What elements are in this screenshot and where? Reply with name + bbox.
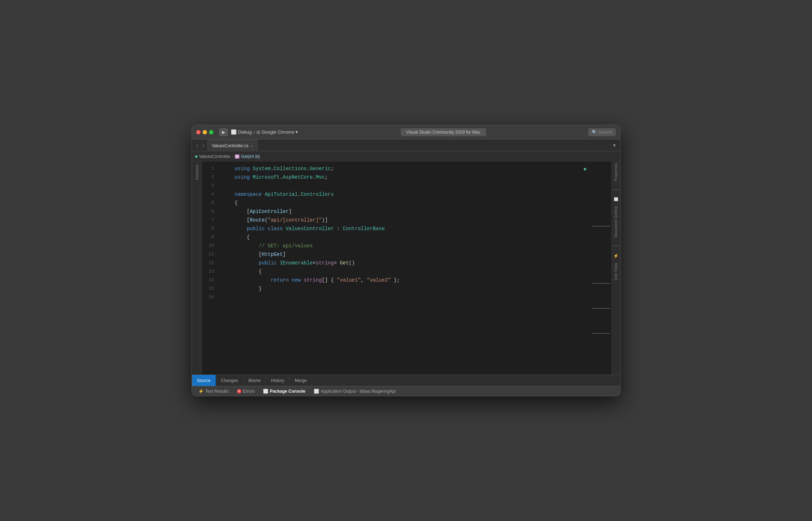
breadcrumb-arrow: › [253, 129, 254, 135]
code-line-9: 9 { [202, 233, 612, 242]
chevron-down-icon: ▾ [296, 129, 298, 135]
debug-config[interactable]: ⬜ Debug › ◎ Google Chrome ▾ [231, 129, 298, 135]
tab-filename: ValuesController.cs [212, 143, 249, 148]
divider-2: — [613, 242, 619, 249]
code-line-6: 6 [ApiController] [202, 207, 612, 216]
tab-blame-label: Blame [248, 378, 261, 383]
package-console-label: Package Console [270, 389, 305, 394]
line-number-11: 11 [202, 250, 220, 259]
code-text-5: { [220, 199, 612, 207]
tab-nav: ‹ › [193, 139, 207, 151]
line-number-2: 2 [202, 173, 220, 182]
errors-icon: ✕ [237, 389, 241, 393]
code-line-1: 1 using System.Collections.Generic; [202, 164, 612, 173]
line-number-4: 4 [202, 190, 220, 199]
debug-label-text: Debug [238, 129, 252, 135]
code-line-14: 14 return new string[] { "value1", "valu… [202, 276, 612, 284]
app-title: Visual Studio Community 2019 for Mac [401, 128, 486, 136]
code-text-8: public class ValuesController : Controll… [220, 224, 612, 233]
tab-valuescontroller[interactable]: ValuesController.cs × [207, 140, 258, 152]
scroll-marker-4 [592, 333, 610, 334]
line-number-12: 12 [202, 259, 220, 267]
tab-back-button[interactable]: ‹ [195, 142, 199, 149]
bookmark-indicator: ◆ [584, 166, 586, 172]
code-text-7: [Route("api/[controller]")] [220, 216, 612, 224]
maximize-button[interactable] [209, 130, 213, 134]
code-line-15: 15 } [202, 284, 612, 293]
tab-merge[interactable]: Merge [289, 375, 312, 386]
search-icon: 🔍 [592, 130, 597, 135]
traffic-lights [196, 130, 213, 134]
tab-source[interactable]: Source [192, 375, 216, 386]
tab-dropdown[interactable]: ▾ [610, 139, 619, 151]
application-output-item[interactable]: ⬜ Application Output - lddaa.WageringApi [310, 386, 399, 396]
line-number-14: 14 [202, 276, 220, 284]
tab-spacer [258, 139, 610, 151]
code-line-4: 4 namespace ApiTutorial.Controllers [202, 190, 612, 199]
code-line-8: 8 public class ValuesController : Contro… [202, 224, 612, 233]
line-number-13: 13 [202, 267, 220, 276]
line-number-15: 15 [202, 284, 220, 293]
close-button[interactable] [196, 130, 200, 134]
code-text-6: [ApiController] [220, 207, 612, 216]
tab-blame[interactable]: Blame [243, 375, 266, 386]
code-line-10: 10 // GET: api/values [202, 242, 612, 250]
search-bar[interactable]: 🔍 Search [588, 128, 616, 136]
code-text-1: using System.Collections.Generic; [220, 164, 612, 173]
scroll-marker-3 [592, 308, 610, 309]
line-number-8: 8 [202, 224, 220, 233]
document-outline-icon[interactable]: ⬜ [614, 197, 618, 202]
scroll-marker-1 [592, 226, 610, 227]
tab-changes[interactable]: Changes [216, 375, 243, 386]
divider-1: — [613, 185, 619, 193]
unit-tests-label[interactable]: Unit Tests [614, 263, 618, 280]
code-text-16 [220, 293, 612, 302]
tab-changes-label: Changes [221, 378, 238, 383]
code-text-12: public IEnumerable<string> Get() [220, 259, 612, 267]
errors-label: Errors [243, 389, 254, 394]
method-icon: M [235, 154, 240, 159]
main-area: Solution 1 using System.Collections.Gene… [192, 162, 620, 374]
code-line-7: 7 [Route("api/[controller]")] [202, 216, 612, 224]
titlebar: ▶ ⬜ Debug › ◎ Google Chrome ▾ Visual Stu… [192, 125, 620, 139]
code-line-12: 12 public IEnumerable<string> Get() [202, 259, 612, 267]
line-number-6: 6 [202, 207, 220, 216]
tab-history-label: History [271, 378, 284, 383]
code-text-2: using Microsoft.AspNetCore.Mvc; [220, 173, 612, 182]
tab-history[interactable]: History [266, 375, 289, 386]
tab-merge-label: Merge [294, 378, 307, 383]
tabbar: ‹ › ValuesController.cs × ▾ [192, 139, 620, 152]
tab-source-label: Source [197, 378, 211, 383]
tab-forward-button[interactable]: › [201, 142, 206, 149]
package-icon: ⬜ [263, 389, 268, 394]
line-number-16: 16 [202, 293, 220, 302]
package-console-item[interactable]: ⬜ Package Console [259, 386, 309, 396]
output-icon: ⬜ [314, 389, 319, 394]
properties-label[interactable]: Properties [614, 163, 618, 181]
bottom-tabbar: Source Changes Blame History Merge [192, 374, 620, 386]
document-outline-label[interactable]: Document Outline [614, 206, 618, 237]
code-text-15: } [220, 284, 612, 293]
play-icon: ▶ [222, 130, 225, 135]
scroll-marker-2 [592, 283, 610, 284]
code-text-4: namespace ApiTutorial.Controllers [220, 190, 612, 199]
breadcrumb-method[interactable]: Get(int id) [241, 154, 260, 159]
code-line-3: 3 [202, 182, 612, 190]
sidebar-right: Properties — ⬜ Document Outline — ⚡ Unit… [612, 162, 620, 374]
line-number-9: 9 [202, 233, 220, 242]
code-text-9: { [220, 233, 612, 242]
breadcrumb-class[interactable]: ValuesController [199, 154, 231, 159]
debug-icon: ⬜ [231, 129, 237, 135]
code-line-2: 2 using Microsoft.AspNetCore.Mvc; [202, 173, 612, 182]
play-button[interactable]: ▶ [219, 128, 228, 136]
line-number-10: 10 [202, 242, 220, 250]
test-results-item[interactable]: ⚡ Test Results [195, 386, 232, 396]
target-label: Google Chrome [262, 129, 294, 135]
minimize-button[interactable] [203, 130, 207, 134]
tab-close-icon[interactable]: × [251, 144, 253, 148]
code-content: 1 using System.Collections.Generic; 2 us… [202, 162, 612, 374]
code-editor[interactable]: 1 using System.Collections.Generic; 2 us… [202, 162, 612, 374]
errors-item[interactable]: ✕ Errors [233, 386, 258, 396]
test-results-label: Test Results [205, 389, 228, 394]
main-window: ▶ ⬜ Debug › ◎ Google Chrome ▾ Visual Stu… [192, 125, 620, 396]
